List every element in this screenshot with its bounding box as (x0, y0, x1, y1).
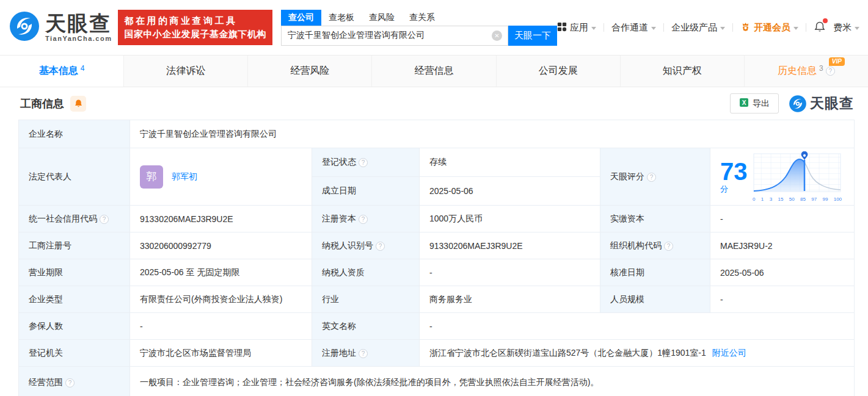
chevron-down-icon (651, 27, 656, 30)
legal-rep-avatar[interactable]: 郭 (140, 165, 163, 189)
tab-basic-info-label: 基本信息 (39, 65, 78, 77)
tab-operation-info[interactable]: 经营信息 (372, 56, 496, 87)
tab-basic-info[interactable]: 基本信息 4 (0, 56, 124, 87)
header-nav: 应用 合作通道 企业级产品 开通会员 (557, 21, 859, 35)
help-icon[interactable] (359, 215, 368, 224)
field-label-staff-size: 人员规模 (600, 286, 710, 313)
search-input[interactable] (281, 26, 508, 46)
field-value-english-name: - (420, 313, 855, 340)
help-icon[interactable] (100, 215, 109, 224)
field-label-credit-code: 统一社会信用代码 (19, 206, 130, 232)
nav-cooperation[interactable]: 合作通道 (611, 22, 656, 34)
logo-title: 天眼查 (45, 13, 112, 34)
promo-line1: 都在用的商业查询工具 (124, 14, 266, 27)
field-value-reg-capital: 1000万人民币 (420, 206, 600, 232)
nav-apps[interactable]: 应用 (557, 22, 596, 34)
tab-operation-info-label: 经营信息 (414, 65, 453, 77)
field-label-business-term: 营业期限 (19, 259, 130, 286)
tianyancha-swirl-icon (9, 10, 40, 45)
table-row: 登记机关 宁波市北仑区市场监督管理局 注册地址 浙江省宁波市北仑区新碶街道宝山路… (19, 340, 855, 367)
field-label-org-code: 组织机构代码 (600, 232, 710, 259)
field-label-industry: 行业 (312, 286, 420, 313)
legal-rep-link[interactable]: 郭军初 (172, 171, 197, 182)
notification-dot (823, 18, 828, 23)
tab-history-info[interactable]: VIP 历史信息 3 (745, 56, 868, 87)
field-value-taxpayer-id: 91330206MAEJ3R9U2E (420, 232, 600, 259)
search-tab-risk[interactable]: 查风险 (362, 10, 402, 26)
table-row: 工商注册号 330206000992779 纳税人识别号 91330206MAE… (19, 232, 855, 259)
table-row: 营业期限 2025-05-06 至 无固定期限 纳税人资质 - 核准日期 202… (19, 259, 855, 286)
field-value-business-term: 2025-05-06 至 无固定期限 (130, 259, 312, 286)
search-tabs: 查公司 查老板 查风险 查关系 (281, 10, 557, 26)
chevron-down-icon (855, 27, 859, 30)
notifications-bell[interactable] (814, 21, 826, 35)
tianyancha-swirl-icon (789, 95, 807, 113)
clear-search-icon[interactable] (492, 31, 502, 41)
field-value-reg-status: 存续 (420, 148, 600, 177)
section-title: 工商信息 (20, 96, 64, 111)
score-number: 73 (720, 158, 748, 185)
help-icon[interactable] (664, 242, 673, 251)
reg-capital-label-text: 注册资本 (322, 214, 356, 223)
nav-apps-label: 应用 (570, 22, 588, 34)
nav-enterprise-products[interactable]: 企业级产品 (671, 22, 725, 34)
nav-open-vip-label: 开通会员 (754, 22, 790, 34)
field-value-insured-count: - (130, 313, 312, 340)
search-button[interactable]: 天眼一下 (508, 26, 557, 46)
tab-intellectual-property-label: 知识产权 (663, 65, 702, 77)
score-label-text: 天眼评分 (610, 171, 644, 181)
export-button[interactable]: X 导出 (730, 93, 779, 113)
tab-legal-litigation[interactable]: 法律诉讼 (124, 56, 248, 87)
business-info-table: 企业名称 宁波千里智创企业管理咨询有限公司 法定代表人 郭 郭军初 登记状态 存… (18, 120, 855, 396)
field-label-paid-capital: 实缴资本 (600, 206, 710, 232)
field-value-industry: 商务服务业 (420, 286, 600, 313)
promo-banner: 都在用的商业查询工具 国家中小企业发展子基金旗下机构 (118, 10, 272, 45)
tab-operation-risk[interactable]: 经营风险 (248, 56, 372, 87)
field-label-establish-date: 成立日期 (312, 177, 420, 206)
field-label-approval-date: 核准日期 (600, 259, 710, 286)
export-label: 导出 (753, 98, 770, 109)
score-chart-tick: 0 (753, 197, 755, 202)
field-label-english-name: 英文名称 (312, 313, 420, 340)
tab-legal-litigation-label: 法律诉讼 (166, 65, 205, 77)
divider (732, 23, 733, 32)
help-icon[interactable] (359, 158, 368, 167)
tab-company-development[interactable]: 公司发展 (497, 56, 621, 87)
tianyancha-logo[interactable]: 天眼查 TianYanCha.com (9, 10, 112, 45)
chevron-down-icon (793, 27, 798, 30)
tab-history-info-label: 历史信息 (778, 65, 817, 77)
help-icon[interactable] (826, 67, 835, 76)
field-value-company-type: 有限责任公司(外商投资企业法人独资) (130, 286, 312, 313)
help-icon[interactable] (647, 173, 656, 182)
promo-line2: 国家中小企业发展子基金旗下机构 (124, 27, 266, 41)
field-value-taxpayer-quality: - (420, 259, 600, 286)
search-tab-relation[interactable]: 查关系 (402, 10, 442, 26)
taxpayer-id-label-text: 纳税人识别号 (322, 240, 373, 250)
score-chart-tick: 97 (811, 197, 817, 202)
search-tab-company[interactable]: 查公司 (281, 10, 321, 26)
search-tab-boss[interactable]: 查老板 (321, 10, 362, 26)
score-chart-ticks: 0131550859799100 (753, 197, 842, 202)
field-label-reg-status: 登记状态 (312, 148, 420, 177)
field-value-company-name: 宁波千里智创企业管理咨询有限公司 (130, 120, 855, 148)
nearby-companies-link[interactable]: 附近公司 (712, 348, 746, 359)
help-icon[interactable] (376, 242, 385, 251)
field-value-legal-rep: 郭 郭军初 (130, 148, 312, 206)
nav-user[interactable]: 费米 (833, 22, 859, 34)
help-icon[interactable] (359, 349, 368, 358)
top-header: 天眼查 TianYanCha.com 都在用的商业查询工具 国家中小企业发展子基… (0, 0, 868, 55)
logo-domain: TianYanCha.com (45, 35, 112, 42)
field-label-reg-capital: 注册资本 (312, 206, 420, 232)
monitor-bell-button[interactable] (70, 96, 86, 112)
help-icon[interactable] (65, 378, 75, 387)
tab-intellectual-property[interactable]: 知识产权 (621, 56, 745, 87)
nav-open-vip[interactable]: 开通会员 (740, 22, 798, 34)
score-unit: 分 (720, 184, 728, 193)
search-box: 查公司 查老板 查风险 查关系 天眼一下 (281, 10, 557, 46)
table-row: 统一社会信用代码 91330206MAEJ3R9U2E 注册资本 1000万人民… (19, 206, 855, 232)
crown-icon (740, 22, 751, 34)
field-value-credit-code: 91330206MAEJ3R9U2E (130, 206, 312, 232)
tab-history-info-count: 3 (819, 64, 823, 73)
score-chart-tick: 85 (800, 197, 806, 202)
divider (806, 23, 806, 32)
